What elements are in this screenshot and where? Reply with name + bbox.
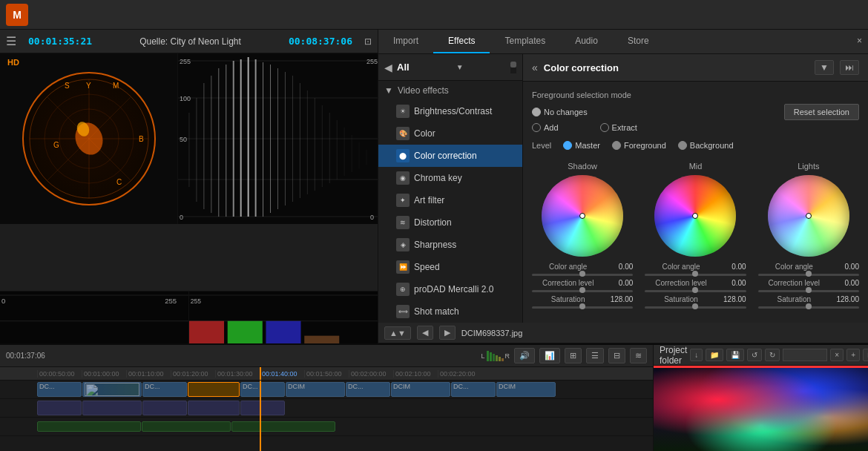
mid-correction-value: 0.00 — [720, 279, 746, 287]
ruler-marks: 00:00:50:00 00:01:00:00 00:01:10:00 00:0… — [0, 367, 653, 381]
expand-icon[interactable]: ⊡ — [364, 36, 372, 47]
track-clip-3b[interactable] — [142, 421, 231, 432]
track-clip-1i[interactable]: DC... — [451, 382, 496, 397]
effects-item-color[interactable]: 🎨 Color — [378, 122, 522, 145]
no-changes-radio[interactable]: No changes — [532, 108, 588, 116]
project-grid-button[interactable]: ⊞ — [863, 349, 868, 361]
mid-angle-value: 0.00 — [720, 263, 746, 271]
nav-collapse-button[interactable]: ▲▼ — [384, 326, 411, 340]
lights-wheel-dot[interactable] — [806, 213, 812, 219]
tab-store[interactable]: Store — [613, 30, 664, 53]
mid-color-wheel[interactable] — [654, 175, 736, 257]
track-clip-1e[interactable]: DC... — [240, 382, 285, 397]
shadow-correction-slider[interactable] — [532, 290, 633, 292]
tab-import[interactable]: Import — [378, 30, 433, 53]
track-clip-1f[interactable]: DCIM — [286, 382, 345, 397]
shadow-wheel-dot[interactable] — [579, 213, 585, 219]
effects-dropdown-icon[interactable]: ▼ — [456, 63, 464, 71]
track-clip-2d[interactable] — [188, 401, 240, 415]
add-label: Add — [544, 123, 559, 132]
effects-back-button[interactable]: ◀ — [384, 62, 392, 73]
track-clip-1d[interactable] — [188, 382, 240, 397]
project-folder-panel: Project folder ↓ 📁 💾 ↺ ↻ × + ⊞ — [653, 345, 868, 451]
mid-saturation-slider[interactable] — [645, 306, 746, 309]
svg-text:0: 0 — [370, 214, 374, 221]
fg-radio-row: No changes Reset selection — [532, 104, 859, 120]
lights-color-wheel[interactable] — [768, 175, 849, 257]
lights-correction-slider[interactable] — [758, 290, 859, 292]
tab-effects[interactable]: Effects — [433, 30, 490, 53]
cc-back-button[interactable]: « — [532, 62, 538, 73]
effects-item-shot-match[interactable]: ⟺ Shot match — [378, 300, 522, 323]
track-clip-1h[interactable]: DCIM — [391, 382, 450, 397]
cc-dropdown-button[interactable]: ▼ — [815, 60, 834, 75]
grid-view-button[interactable]: ⊞ — [565, 348, 582, 363]
effects-item-art-filter[interactable]: ✦ Art filter — [378, 189, 522, 211]
waveform-view-button[interactable]: ≋ — [630, 348, 647, 363]
track-clip-1a[interactable]: DC... — [37, 382, 82, 397]
effects-item-sharpness[interactable]: ◈ Sharpness — [378, 234, 522, 256]
track-clip-1c[interactable]: DC... — [142, 382, 187, 397]
detail-view-button[interactable]: ⊟ — [608, 348, 625, 363]
lights-saturation-slider[interactable] — [758, 306, 859, 309]
track-clip-1g[interactable]: DC... — [346, 382, 390, 397]
track-clip-1b[interactable] — [82, 382, 142, 397]
art-filter-icon: ✦ — [396, 194, 410, 207]
svg-text:B: B — [139, 135, 144, 143]
track-row-2 — [0, 399, 653, 418]
effects-item-chroma-key[interactable]: ◉ Chroma key — [378, 167, 522, 189]
project-folder-button[interactable]: 📁 — [706, 349, 723, 361]
shadow-saturation-slider[interactable] — [532, 306, 633, 309]
project-add-button[interactable]: + — [846, 349, 860, 361]
chroma-key-icon: ◉ — [396, 171, 410, 185]
menu-icon[interactable]: ☰ — [6, 34, 16, 48]
track-clip-2e[interactable] — [240, 401, 285, 415]
tab-templates[interactable]: Templates — [490, 30, 560, 53]
project-undo-button[interactable]: ↺ — [747, 349, 762, 361]
audio-bar-5 — [499, 357, 501, 361]
project-search-input[interactable] — [783, 349, 827, 361]
shadow-color-wheel[interactable] — [542, 175, 623, 257]
track-clip-3a[interactable] — [37, 421, 141, 432]
nav-fwd-arrow[interactable]: ▶ — [439, 326, 456, 340]
meter-icon-button[interactable]: 📊 — [539, 348, 560, 363]
nav-back-arrow[interactable]: ◀ — [417, 326, 433, 340]
project-redo-button[interactable]: ↻ — [765, 349, 780, 361]
track-clip-3c[interactable] — [231, 421, 335, 432]
track-clip-1j[interactable]: DCIM — [496, 382, 556, 397]
foreground-circle — [612, 141, 621, 150]
track-clip-2a[interactable] — [37, 401, 82, 415]
effects-category-video[interactable]: ▼ Video effects — [378, 81, 522, 100]
foreground-level[interactable]: Foreground — [612, 141, 666, 150]
track-clip-2c[interactable] — [142, 401, 187, 415]
reset-selection-button[interactable]: Reset selection — [784, 104, 859, 120]
mid-wheel-dot[interactable] — [692, 213, 698, 219]
effects-item-distortion[interactable]: ≋ Distortion — [378, 211, 522, 234]
add-radio[interactable]: Add — [532, 123, 559, 132]
cc-skip-button[interactable]: ⏭ — [840, 60, 859, 75]
extract-radio[interactable]: Extract — [600, 123, 637, 132]
list-view-button[interactable]: ☰ — [586, 348, 604, 363]
shadow-angle-slider[interactable] — [532, 274, 633, 276]
mid-correction-slider[interactable] — [645, 290, 746, 292]
project-search-close[interactable]: × — [830, 349, 844, 361]
project-download-button[interactable]: ↓ — [690, 349, 703, 361]
effects-item-color-correction[interactable]: ⬤ Color correction — [378, 145, 522, 167]
project-save-button[interactable]: 💾 — [726, 349, 744, 361]
ruler-mark-4: 00:01:20:00 — [171, 370, 215, 378]
audio-meter: L R — [481, 351, 510, 361]
effects-item-brightness[interactable]: ☀ Brightness/Contrast — [378, 100, 522, 122]
lights-angle-slider[interactable] — [758, 274, 859, 276]
track-clip-2b[interactable] — [82, 401, 142, 415]
effects-item-prodad[interactable]: ⊕ proDAD Mercalli 2.0 — [378, 278, 522, 300]
master-level[interactable]: Master — [563, 141, 600, 150]
effects-item-speed[interactable]: ⏩ Speed — [378, 256, 522, 278]
background-level[interactable]: Background — [678, 141, 734, 150]
lights-correction-value: 0.00 — [833, 279, 859, 287]
effects-close-button[interactable]: × — [851, 30, 868, 53]
mid-angle-slider[interactable] — [645, 274, 746, 276]
tab-audio[interactable]: Audio — [560, 30, 613, 53]
mid-correction-row: Correction level 0.00 — [645, 279, 746, 287]
audio-icon-button[interactable]: 🔊 — [514, 348, 535, 363]
effects-tabs: Import Effects Templates Audio Store × — [378, 30, 868, 54]
